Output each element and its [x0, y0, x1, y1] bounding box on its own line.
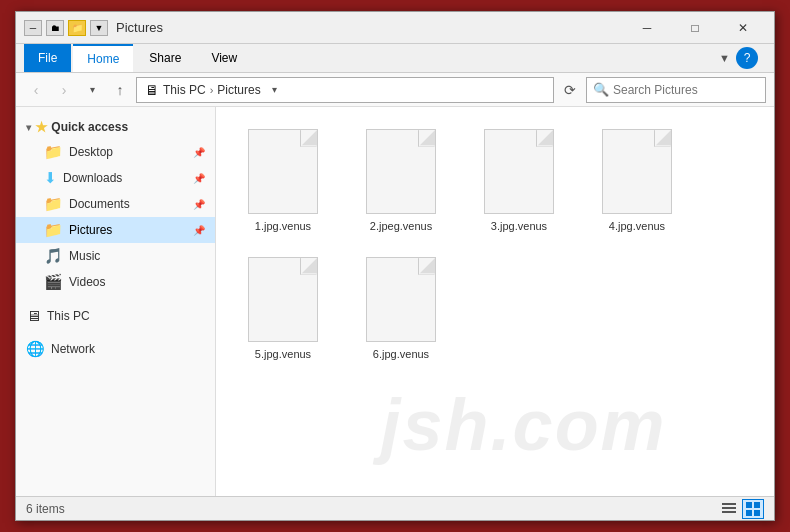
- file-doc-icon: [366, 129, 436, 214]
- documents-pin-icon: 📌: [193, 199, 205, 210]
- file-name: 2.jpeg.venus: [370, 220, 432, 232]
- address-sep: ›: [210, 84, 214, 96]
- file-name: 4.jpg.venus: [609, 220, 665, 232]
- title-bar-ctrl-3[interactable]: 📁: [68, 20, 86, 36]
- view-buttons: [718, 499, 764, 519]
- sidebar-item-videos-label: Videos: [69, 275, 105, 289]
- file-icon-wrapper: [361, 126, 441, 216]
- file-doc-icon: [248, 257, 318, 342]
- file-item[interactable]: 4.jpg.venus: [582, 119, 692, 239]
- address-current: Pictures: [217, 83, 260, 97]
- files-grid: 1.jpg.venus 2.jpeg.venus 3.jpg.venus 4: [228, 119, 762, 367]
- nav-bar: ‹ › ▾ ↑ 🖥 This PC › Pictures ▾ ⟳ 🔍: [16, 73, 774, 107]
- ribbon-expand: ▼ ?: [719, 44, 766, 72]
- svg-rect-2: [722, 511, 736, 513]
- quick-access-header[interactable]: ▾ ★ Quick access: [16, 115, 215, 139]
- watermark: jsh.com: [381, 384, 667, 466]
- minimize-button[interactable]: ─: [624, 14, 670, 42]
- maximize-button[interactable]: □: [672, 14, 718, 42]
- file-item[interactable]: 6.jpg.venus: [346, 247, 456, 367]
- file-item[interactable]: 1.jpg.venus: [228, 119, 338, 239]
- dropdown-button[interactable]: ▾: [80, 78, 104, 102]
- file-doc-icon: [484, 129, 554, 214]
- address-folder-icon: 🖥: [145, 82, 159, 98]
- file-item[interactable]: 3.jpg.venus: [464, 119, 574, 239]
- file-area: jsh.com 1.jpg.venus 2.jpeg.venus: [216, 107, 774, 496]
- address-this-pc: This PC: [163, 83, 206, 97]
- forward-button[interactable]: ›: [52, 78, 76, 102]
- file-doc-icon: [248, 129, 318, 214]
- address-bar[interactable]: 🖥 This PC › Pictures ▾: [136, 77, 554, 103]
- title-bar: ─ 🖿 📁 ▼ Pictures ─ □ ✕: [16, 12, 774, 44]
- file-doc-corner: [419, 130, 435, 146]
- file-doc-icon: [366, 257, 436, 342]
- search-input[interactable]: [613, 83, 759, 97]
- svg-rect-5: [746, 510, 752, 516]
- file-doc-corner: [301, 130, 317, 146]
- ribbon: File Home Share View ▼ ?: [16, 44, 774, 73]
- desktop-folder-icon: 📁: [44, 143, 63, 161]
- quick-access-chevron: ▾: [26, 122, 31, 133]
- sidebar-item-downloads[interactable]: ⬇ Downloads 📌: [16, 165, 215, 191]
- svg-rect-4: [754, 502, 760, 508]
- this-pc-label: This PC: [47, 309, 90, 323]
- file-icon-wrapper: [479, 126, 559, 216]
- videos-icon: 🎬: [44, 273, 63, 291]
- back-button[interactable]: ‹: [24, 78, 48, 102]
- view-tab[interactable]: View: [197, 44, 251, 72]
- file-item[interactable]: 5.jpg.venus: [228, 247, 338, 367]
- file-icon-wrapper: [597, 126, 677, 216]
- home-tab[interactable]: Home: [73, 44, 133, 72]
- file-name: 5.jpg.venus: [255, 348, 311, 360]
- up-button[interactable]: ↑: [108, 78, 132, 102]
- sidebar-item-videos[interactable]: 🎬 Videos: [16, 269, 215, 295]
- this-pc-icon: 🖥: [26, 307, 41, 324]
- svg-rect-3: [746, 502, 752, 508]
- expand-arrow-icon[interactable]: ▼: [719, 52, 730, 64]
- file-name: 6.jpg.venus: [373, 348, 429, 360]
- title-bar-controls-left: ─ 🖿 📁 ▼: [24, 20, 108, 36]
- window-title: Pictures: [116, 20, 624, 35]
- file-item[interactable]: 2.jpeg.venus: [346, 119, 456, 239]
- sidebar-item-music[interactable]: 🎵 Music: [16, 243, 215, 269]
- sidebar-item-network[interactable]: 🌐 Network: [16, 336, 215, 362]
- file-doc-corner: [419, 258, 435, 274]
- sidebar: ▾ ★ Quick access 📁 Desktop 📌 ⬇ Downloads…: [16, 107, 216, 496]
- title-bar-ctrl-4[interactable]: ▼: [90, 20, 108, 36]
- quick-access-star-icon: ★: [35, 119, 48, 135]
- svg-rect-0: [722, 503, 736, 505]
- file-tab[interactable]: File: [24, 44, 71, 72]
- sidebar-item-music-label: Music: [69, 249, 100, 263]
- svg-rect-6: [754, 510, 760, 516]
- sidebar-item-this-pc[interactable]: 🖥 This PC: [16, 303, 215, 328]
- sidebar-item-desktop-label: Desktop: [69, 145, 113, 159]
- share-tab[interactable]: Share: [135, 44, 195, 72]
- main-area: ▾ ★ Quick access 📁 Desktop 📌 ⬇ Downloads…: [16, 107, 774, 496]
- refresh-button[interactable]: ⟳: [558, 78, 582, 102]
- svg-rect-1: [722, 507, 736, 509]
- window-controls: ─ □ ✕: [624, 14, 766, 42]
- sidebar-item-pictures[interactable]: 📁 Pictures 📌: [16, 217, 215, 243]
- search-icon: 🔍: [593, 82, 609, 97]
- explorer-window: ─ 🖿 📁 ▼ Pictures ─ □ ✕ File Home Share V…: [15, 11, 775, 521]
- help-button[interactable]: ?: [736, 47, 758, 69]
- title-bar-ctrl-1[interactable]: ─: [24, 20, 42, 36]
- close-button[interactable]: ✕: [720, 14, 766, 42]
- pictures-pin-icon: 📌: [193, 225, 205, 236]
- file-doc-icon: [602, 129, 672, 214]
- sidebar-item-documents[interactable]: 📁 Documents 📌: [16, 191, 215, 217]
- file-name: 3.jpg.venus: [491, 220, 547, 232]
- search-bar[interactable]: 🔍: [586, 77, 766, 103]
- sidebar-item-documents-label: Documents: [69, 197, 130, 211]
- file-doc-corner: [301, 258, 317, 274]
- large-icons-view-btn[interactable]: [742, 499, 764, 519]
- title-bar-ctrl-2[interactable]: 🖿: [46, 20, 64, 36]
- file-icon-wrapper: [243, 126, 323, 216]
- file-icon-wrapper: [243, 254, 323, 344]
- pictures-folder-icon: 📁: [44, 221, 63, 239]
- desktop-pin-icon: 📌: [193, 147, 205, 158]
- item-count: 6 items: [26, 502, 65, 516]
- sidebar-item-desktop[interactable]: 📁 Desktop 📌: [16, 139, 215, 165]
- list-view-btn[interactable]: [718, 499, 740, 519]
- address-dropdown-btn[interactable]: ▾: [265, 78, 285, 102]
